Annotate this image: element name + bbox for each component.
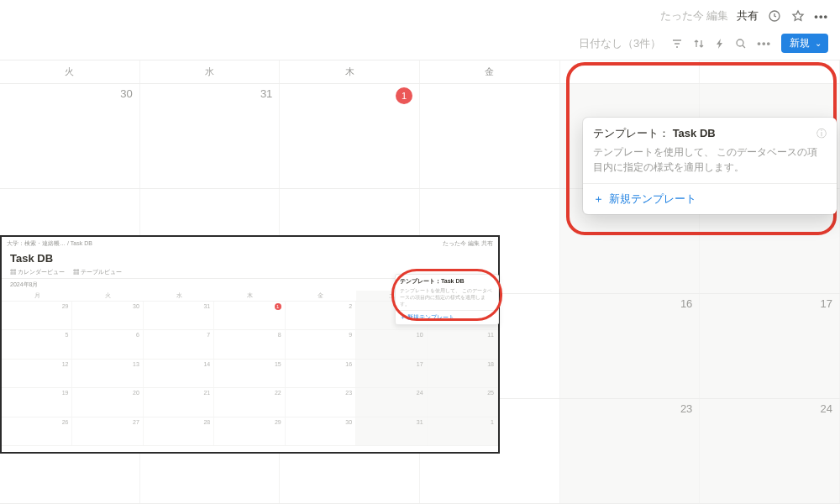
day-number: 23: [680, 402, 692, 415]
search-icon[interactable]: [735, 38, 747, 50]
day-number: 30: [120, 87, 132, 100]
new-button[interactable]: 新規⌄: [781, 34, 828, 53]
new-template-button[interactable]: ＋新規テンプレート: [583, 183, 837, 214]
dayhead-cell: 金: [420, 60, 560, 83]
more-icon[interactable]: •••: [814, 10, 828, 23]
thumb-popup-title: テンプレート：Task DB: [400, 278, 465, 284]
day-number: 24: [821, 402, 832, 415]
calendar-cell[interactable]: 30: [0, 84, 140, 188]
thumb-month: 2024年8月: [10, 281, 38, 289]
popup-subtitle: テンプレートを使用して、 このデータベースの項目内に指定の様式を適用します。: [583, 144, 837, 183]
dayhead-cell: [700, 60, 840, 83]
popup-title: テンプレート： Task DB: [593, 126, 716, 141]
template-popup: テンプレート： Task DB ⓘ テンプレートを使用して、 このデータベースの…: [583, 118, 837, 214]
calendar-cell[interactable]: 1: [280, 84, 420, 188]
calendar-cell[interactable]: [420, 84, 560, 188]
dayhead-cell: [560, 60, 701, 83]
plus-icon: ＋: [593, 192, 604, 207]
new-template-label: 新規テンプレート: [609, 192, 696, 207]
svg-point-1: [737, 39, 743, 46]
dayhead-cell: 木: [280, 60, 420, 83]
calendar-cell[interactable]: 24: [700, 399, 840, 503]
thumb-popup-add: 新規テンプレート: [407, 314, 454, 320]
calendar-cell[interactable]: 23: [560, 399, 701, 503]
new-button-label: 新規: [790, 36, 810, 50]
calendar-cell[interactable]: 17: [700, 294, 840, 398]
day-number: 16: [680, 297, 692, 310]
calendar-cell[interactable]: 16: [560, 294, 701, 398]
thumb-tab: カレンダービュー: [18, 269, 65, 275]
thumb-popup: テンプレート：Task DB テンプレートを使用して、 このデータベースの項目内…: [395, 274, 499, 325]
filter-icon[interactable]: [671, 38, 683, 50]
last-edited-label: たった今 編集: [660, 8, 729, 24]
today-badge: 1: [396, 87, 412, 104]
inset-screenshot: 大学：検索・連絡帳… / Task DBたった今 編集 共有 Task DB ▦…: [0, 235, 500, 454]
thumb-topright: たった今 編集 共有: [443, 239, 493, 248]
dayhead-cell: 水: [140, 60, 281, 83]
calendar-day-header: 火 水 木 金: [0, 60, 840, 84]
help-icon[interactable]: ⓘ: [816, 127, 827, 141]
day-number: 17: [821, 297, 832, 310]
popup-title-prefix: テンプレート：: [593, 127, 669, 139]
calendar-cell[interactable]: 31: [140, 84, 281, 188]
sort-icon[interactable]: [693, 38, 705, 50]
day-number: 31: [260, 87, 272, 100]
star-icon[interactable]: [790, 8, 806, 24]
clock-icon[interactable]: [767, 8, 782, 24]
lightning-icon[interactable]: [715, 38, 725, 50]
dayhead-cell: 火: [0, 60, 140, 83]
popup-title-db: Task DB: [673, 127, 716, 139]
no-date-label[interactable]: 日付なし（3件）: [579, 36, 661, 51]
chevron-down-icon[interactable]: ⌄: [815, 39, 822, 48]
toolbar-more-icon[interactable]: •••: [757, 37, 771, 50]
thumb-popup-sub: テンプレートを使用して、 このデータベースの項目内に指定の様式を適用します。: [396, 288, 498, 310]
thumb-tab: テーブルビュー: [81, 269, 122, 275]
thumb-title: Task DB: [10, 252, 490, 265]
share-button[interactable]: 共有: [737, 8, 759, 24]
thumb-breadcrumb: 大学：検索・連絡帳… / Task DB: [7, 239, 92, 248]
